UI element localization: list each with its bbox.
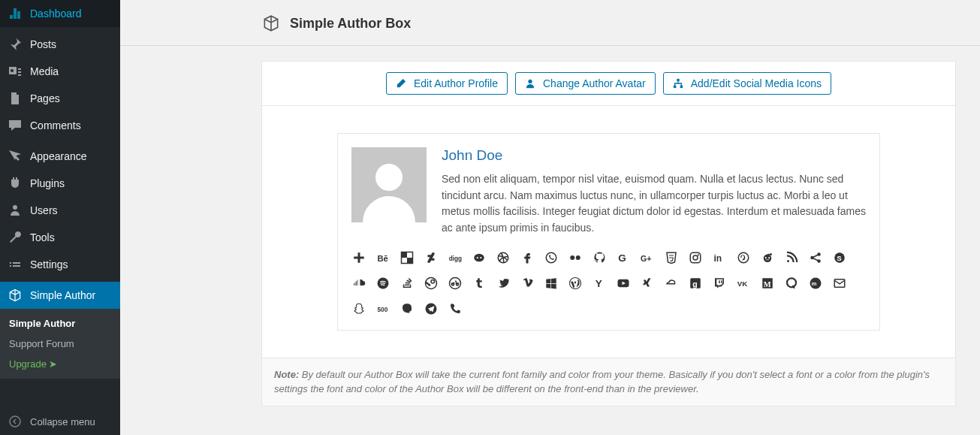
submenu-upgrade[interactable]: Upgrade ➤ xyxy=(0,354,120,374)
menu-comments[interactable]: Comments xyxy=(0,112,120,139)
flickr-icon[interactable] xyxy=(568,250,583,265)
youtube-icon[interactable] xyxy=(616,276,631,291)
behance-icon[interactable]: Bē xyxy=(375,250,390,265)
stackoverflow-icon[interactable] xyxy=(400,276,415,291)
stumbleupon-icon[interactable] xyxy=(448,276,463,291)
svg-point-24 xyxy=(693,255,698,260)
twitter-icon[interactable] xyxy=(496,276,511,291)
svg-point-32 xyxy=(787,260,789,262)
windows-icon[interactable] xyxy=(544,276,559,291)
medium-icon[interactable]: M xyxy=(760,276,775,291)
mastodon-icon[interactable] xyxy=(400,301,415,316)
button-label: Add/Edit Social Media Icons xyxy=(691,77,822,89)
svg-text:G+: G+ xyxy=(641,253,651,262)
svg-point-25 xyxy=(698,254,699,255)
skype-icon[interactable]: S xyxy=(832,250,847,265)
sharethis-icon[interactable] xyxy=(808,250,823,265)
deviantart-icon[interactable] xyxy=(424,250,439,265)
pinterest-icon[interactable] xyxy=(736,250,751,265)
goodreads-icon[interactable]: g xyxy=(688,276,703,291)
change-author-avatar-button[interactable]: Change Author Avatar xyxy=(515,72,656,95)
svg-text:in: in xyxy=(714,253,722,264)
html5-icon[interactable] xyxy=(664,250,679,265)
svg-rect-3 xyxy=(677,79,680,82)
vimeo-icon[interactable] xyxy=(520,276,535,291)
menu-dashboard[interactable]: Dashboard xyxy=(0,0,120,27)
menu-label: Media xyxy=(30,65,59,77)
linkedin-icon[interactable]: in xyxy=(712,250,727,265)
wordpress-icon[interactable] xyxy=(568,276,583,291)
svg-text:S: S xyxy=(837,254,842,262)
collapse-icon xyxy=(8,414,23,429)
addthis-icon[interactable] xyxy=(351,250,366,265)
twitch-icon[interactable] xyxy=(712,276,727,291)
svg-point-18 xyxy=(546,252,556,263)
menu-settings[interactable]: Settings xyxy=(0,251,120,278)
menu-label: Settings xyxy=(30,258,68,270)
meetup-icon[interactable]: m xyxy=(808,276,823,291)
digg-icon[interactable]: digg xyxy=(448,250,463,265)
dribbble-icon[interactable] xyxy=(496,250,511,265)
svg-point-28 xyxy=(764,254,772,262)
vk-icon[interactable]: VK xyxy=(736,276,751,291)
mixcloud-icon[interactable] xyxy=(664,276,679,291)
email-icon[interactable] xyxy=(832,276,847,291)
soundcloud-icon[interactable] xyxy=(351,276,366,291)
phone-icon[interactable] xyxy=(448,301,463,316)
svg-point-16 xyxy=(480,257,481,258)
instagram-icon[interactable] xyxy=(688,250,703,265)
menu-pages[interactable]: Pages xyxy=(0,85,120,112)
500px-icon[interactable]: 500 xyxy=(375,301,390,316)
telegram-icon[interactable] xyxy=(424,301,439,316)
submenu-support-forum[interactable]: Support Forum xyxy=(0,334,120,354)
button-label: Change Author Avatar xyxy=(543,77,646,89)
google-icon[interactable]: G xyxy=(616,250,631,265)
rss-icon[interactable] xyxy=(784,250,799,265)
svg-point-2 xyxy=(528,80,532,83)
facebook-icon[interactable] xyxy=(520,250,535,265)
menu-appearance[interactable]: Appearance xyxy=(0,143,120,170)
menu-users[interactable]: Users xyxy=(0,197,120,224)
svg-rect-8 xyxy=(358,252,360,263)
collapse-label: Collapse menu xyxy=(30,416,95,427)
menu-simple-author[interactable]: Simple Author xyxy=(0,282,120,309)
settings-card: Edit Author Profile Change Author Avatar… xyxy=(261,61,956,406)
author-bio: Sed non elit aliquam, tempor nisl vitae,… xyxy=(442,171,866,237)
main-content: Simple Author Box Edit Author Profile Ch… xyxy=(120,0,980,435)
snapchat-icon[interactable] xyxy=(351,301,366,316)
menu-label: Simple Author xyxy=(30,289,95,301)
svg-text:digg: digg xyxy=(449,255,462,262)
simple-author-icon xyxy=(8,288,23,303)
appearance-icon xyxy=(8,149,23,164)
sitemap-icon xyxy=(673,78,683,89)
edit-author-profile-button[interactable]: Edit Author Profile xyxy=(386,72,508,95)
submenu-simple-author[interactable]: Simple Author xyxy=(0,313,120,334)
preview-area: John Doe Sed non elit aliquam, tempor ni… xyxy=(262,106,955,358)
menu-label: Pages xyxy=(30,92,60,104)
steam-icon[interactable] xyxy=(424,276,439,291)
xing-icon[interactable] xyxy=(640,276,655,291)
tumblr-icon[interactable] xyxy=(472,276,487,291)
googleplus-icon[interactable]: G+ xyxy=(640,250,655,265)
author-name[interactable]: John Doe xyxy=(442,147,866,164)
menu-plugins[interactable]: Plugins xyxy=(0,170,120,197)
collapse-menu[interactable]: Collapse menu xyxy=(0,408,120,435)
github-icon[interactable] xyxy=(592,250,607,265)
menu-posts[interactable]: Posts xyxy=(0,31,120,58)
add-edit-social-button[interactable]: Add/Edit Social Media Icons xyxy=(663,72,831,95)
menu-tools[interactable]: Tools xyxy=(0,224,120,251)
menu-label: Users xyxy=(30,204,58,216)
menu-media[interactable]: Media xyxy=(0,58,120,85)
plugin-logo-icon xyxy=(261,14,281,33)
page-header: Simple Author Box xyxy=(120,0,980,46)
svg-rect-23 xyxy=(690,252,701,263)
discord-icon[interactable] xyxy=(472,250,487,265)
svg-point-51 xyxy=(787,278,796,287)
whatsapp-icon[interactable] xyxy=(544,250,559,265)
spotify-icon[interactable] xyxy=(375,276,390,291)
reddit-icon[interactable] xyxy=(760,250,775,265)
svg-rect-11 xyxy=(402,252,408,258)
yahoo-icon[interactable]: Y xyxy=(592,276,607,291)
quora-icon[interactable] xyxy=(784,276,799,291)
delicious-icon[interactable] xyxy=(400,250,415,265)
